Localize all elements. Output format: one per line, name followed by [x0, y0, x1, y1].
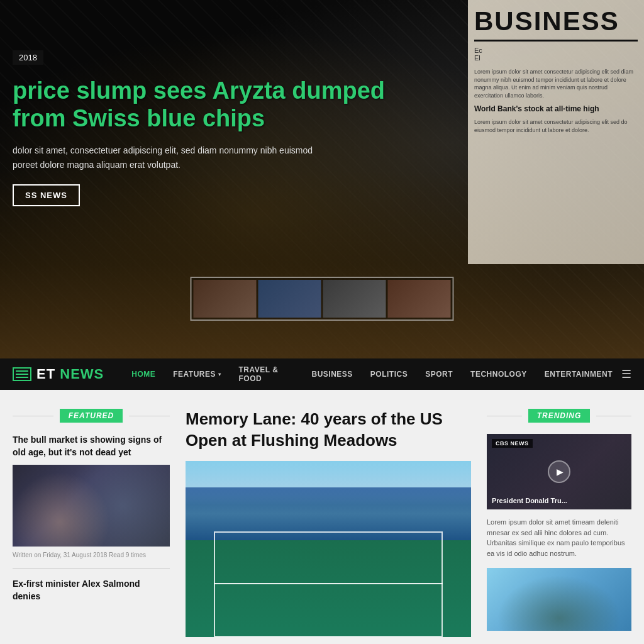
main-article-title[interactable]: Memory Lane: 40 years of the US Open at … — [186, 409, 471, 452]
nav-item-entertainment[interactable]: ENTERTAINMENT — [536, 358, 621, 390]
featured-section-header: FEATURED — [13, 409, 170, 423]
header-line-left — [13, 416, 53, 416]
court-net — [214, 583, 442, 584]
nav-logo[interactable]: ET NEWS — [13, 366, 104, 382]
featured-article-1-title[interactable]: The bull market is showing signs of old … — [13, 434, 170, 458]
nav-item-technology[interactable]: TECHNOLOGY — [462, 358, 536, 390]
video-title: President Donald Tru... — [492, 497, 626, 504]
hero-thumb-4[interactable] — [388, 280, 451, 318]
logo-icon — [13, 367, 31, 381]
featured-badge: FEATURED — [60, 409, 123, 423]
main-featured-article: Memory Lane: 40 years of the US Open at … — [186, 409, 471, 637]
hero-section: BUSINESS Ec El Lorem ipsum dolor sit ame… — [0, 0, 644, 358]
hero-excerpt: dolor sit amet, consectetuer adipiscing … — [13, 143, 314, 172]
nav-item-home[interactable]: HOME — [123, 358, 164, 390]
trending-line-left — [487, 416, 522, 416]
logo-et: ET — [36, 366, 55, 382]
logo-text: ET NEWS — [36, 366, 104, 382]
hamburger-menu-icon[interactable]: ☰ — [621, 367, 631, 381]
header-line-right — [129, 416, 170, 416]
featured-article-1-meta: Written on Friday, 31 August 2018 Read 9… — [13, 552, 170, 569]
newspaper-body-2: Lorem ipsum dolor sit amet consectetur a… — [474, 118, 638, 134]
featured-column: FEATURED The bull market is showing sign… — [13, 409, 170, 637]
trending-badge: TRENDING — [528, 409, 591, 423]
trending-image-2[interactable] — [487, 568, 631, 631]
newspaper-title: BUSINESS — [474, 6, 638, 42]
logo-news: NEWS — [55, 366, 104, 382]
nav-item-features[interactable]: FEATURES ▾ — [164, 358, 230, 390]
nav-item-travel-food[interactable]: TRAVEL & FOOD — [230, 358, 303, 390]
video-play-button[interactable] — [548, 460, 570, 483]
hero-read-more-button[interactable]: SS NEWS — [13, 184, 80, 206]
trending-video[interactable]: CBS NEWS President Donald Tru... — [487, 434, 631, 509]
newspaper-sub: Ec El — [474, 47, 638, 62]
newspaper-body: Lorem ipsum dolor sit amet consectetur a… — [474, 68, 638, 99]
hero-date: 2018 — [13, 50, 43, 65]
main-article-image[interactable] — [186, 461, 471, 637]
hero-thumbnail-strip — [191, 277, 454, 321]
hero-thumb-3[interactable] — [323, 280, 386, 318]
hero-content: 2018 price slump sees Aryzta dumped from… — [0, 50, 440, 206]
nav-item-politics[interactable]: POLITICS — [362, 358, 416, 390]
navigation: ET NEWS HOME FEATURES ▾ TRAVEL & FOOD BU… — [0, 358, 644, 390]
court-lines — [214, 531, 442, 637]
featured-article-2-title[interactable]: Ex-first minister Alex Salmond denies — [13, 578, 170, 602]
trending-article-text: Lorem ipsum dolor sit amet timeam deleni… — [487, 517, 631, 558]
hero-thumb-2[interactable] — [258, 280, 321, 318]
video-network-badge: CBS NEWS — [492, 439, 533, 448]
features-chevron-icon: ▾ — [218, 372, 221, 377]
main-content: FEATURED The bull market is showing sign… — [0, 390, 644, 644]
nav-items: HOME FEATURES ▾ TRAVEL & FOOD BUSINESS P… — [123, 358, 621, 390]
hero-thumb-1[interactable] — [194, 280, 257, 318]
trending-column: TRENDING CBS NEWS President Donald Tru..… — [487, 409, 631, 637]
trending-section-header: TRENDING — [487, 409, 631, 423]
nav-item-business[interactable]: BUSINESS — [303, 358, 362, 390]
trending-line-right — [596, 416, 631, 416]
nav-item-sport[interactable]: SPORT — [416, 358, 462, 390]
hero-newspaper: BUSINESS Ec El Lorem ipsum dolor sit ame… — [468, 0, 644, 264]
hero-headline: price slump sees Aryzta dumped from Swis… — [13, 77, 428, 132]
newspaper-highlight: World Bank's stock at all-time high — [474, 104, 638, 113]
featured-article-1-image[interactable] — [13, 465, 170, 547]
